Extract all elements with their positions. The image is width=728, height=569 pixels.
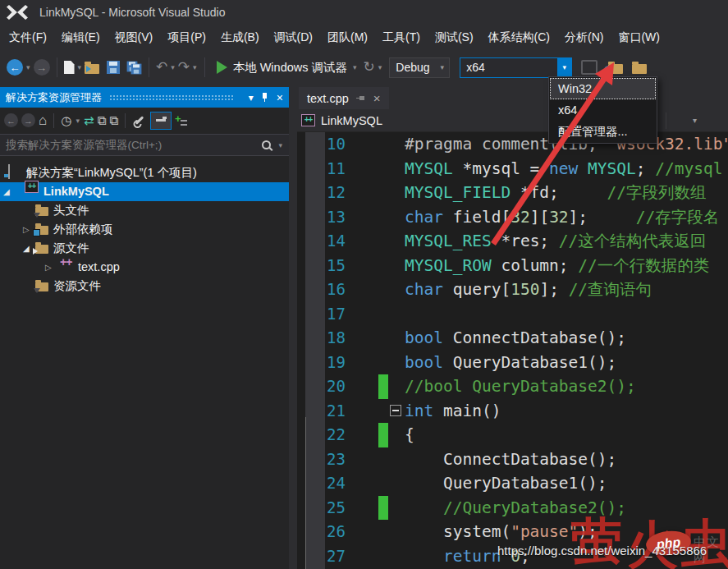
chevron-collapsed-icon[interactable]: ▷ [23, 220, 30, 239]
pin-tab-icon[interactable] [356, 94, 366, 103]
start-debugging-label[interactable]: 本地 Windows 调试器 [233, 60, 347, 76]
home-icon[interactable]: ⌂ [39, 113, 47, 128]
code-line[interactable]: 22{ [297, 423, 728, 447]
navigate-forward-icon[interactable]: → [34, 59, 50, 76]
menu-item[interactable]: 编辑(E) [54, 25, 108, 49]
line-number: 13 [327, 205, 346, 230]
code-line[interactable]: 13char field[32][32]; //存字段名 [297, 205, 728, 230]
window-position-caret-icon[interactable]: ▾ [249, 93, 254, 103]
code-line[interactable]: 14MYSQL_RES *res; //这个结构代表返回 [297, 229, 728, 254]
pin-icon[interactable] [261, 92, 269, 103]
nav-project-name: LinkMySQL [321, 114, 382, 127]
tree-item-label: LinkMySQL [43, 182, 109, 201]
code-line[interactable]: 21int main() [297, 399, 728, 424]
close-tab-icon[interactable]: × [373, 92, 381, 104]
redo-icon[interactable]: ↷ [178, 59, 190, 76]
platform-option-x64[interactable]: x64 [550, 99, 656, 121]
code-line[interactable]: 16char query[150]; //查询语句 [297, 278, 728, 302]
menu-item[interactable]: 测试(S) [428, 25, 481, 49]
attach-process-icon[interactable] [581, 60, 598, 75]
code-line[interactable]: 15MYSQL_ROW column; //一个行数据的类 [297, 254, 728, 278]
chevron-collapsed-icon[interactable]: ▷ [45, 258, 52, 277]
back-dropdown-caret-icon[interactable]: ▾ [26, 63, 30, 71]
menu-item[interactable]: 体系结构(C) [481, 25, 557, 49]
explorer-forward-icon[interactable]: → [21, 113, 35, 127]
properties-pages-icon[interactable]: ⧉ [97, 113, 106, 128]
tab-text-cpp[interactable]: text.cpp × [299, 87, 389, 109]
tree-item[interactable]: 资源文件 [0, 277, 289, 296]
menu-item[interactable]: 项目(P) [160, 25, 213, 49]
code-line[interactable]: 24 QueryDatabase1(); [297, 471, 728, 496]
outlining-margin [388, 471, 405, 496]
search-options-caret-icon[interactable]: ▾ [278, 141, 282, 149]
properties-wrench-icon[interactable] [135, 116, 144, 125]
pending-changes-filter-icon[interactable]: ◷ [61, 113, 71, 128]
sync-with-active-document-icon[interactable]: ⇄ [84, 113, 94, 128]
menu-item[interactable]: 视图(V) [108, 25, 161, 49]
code-line[interactable]: 25 //QueryDatabase2(); [297, 496, 728, 521]
menu-item[interactable]: 工具(T) [375, 25, 428, 49]
code-line[interactable]: 10#pragma comment(lib, "wsock32.lib") [297, 132, 728, 157]
menu-item[interactable]: 团队(M) [320, 25, 375, 49]
tree-item[interactable]: ▷++text.cpp [0, 258, 289, 277]
change-tracking-margin [378, 447, 388, 472]
editor-navigation-bar[interactable]: ++ LinkMySQL ▾ [297, 109, 728, 132]
outlining-margin [388, 520, 405, 544]
search-icon[interactable] [262, 140, 271, 149]
start-debugging-icon[interactable] [217, 61, 227, 74]
line-number: 20 [327, 374, 346, 399]
tree-item[interactable]: ◢源文件 [0, 239, 289, 258]
filter-caret-icon[interactable]: ▾ [76, 117, 80, 125]
code-line[interactable]: 20//bool QueryDatabase2(); [297, 374, 728, 399]
find-in-files-icon[interactable] [608, 64, 623, 74]
collapse-region-icon[interactable] [390, 405, 401, 416]
code-line[interactable]: 19bool QueryDatabase1(); [297, 351, 728, 375]
menu-item[interactable]: 窗口(W) [611, 25, 667, 49]
configuration-combobox[interactable]: Debug ▾ [389, 57, 450, 78]
redo-dropdown-caret-icon[interactable]: ▾ [193, 63, 197, 71]
code-line[interactable]: 12MYSQL_FIELD *fd; //字段列数组 [297, 181, 728, 205]
toolbar-separator [53, 113, 54, 128]
menu-item[interactable]: 文件(F) [2, 25, 54, 49]
chevron-expanded-icon[interactable]: ◢ [3, 182, 10, 201]
tree-item[interactable]: ◢++LinkMySQL [0, 182, 289, 201]
configuration-caret-icon[interactable]: ▾ [435, 58, 449, 77]
code-view[interactable]: 10#pragma comment(lib, "wsock32.lib")11M… [297, 132, 728, 569]
navigate-back-icon[interactable]: ← [7, 59, 23, 76]
explorer-back-icon[interactable]: ← [4, 113, 18, 127]
nav-dropdown-caret-icon[interactable]: ▾ [693, 116, 697, 125]
solution-search-box[interactable]: 搜索解决方案资源管理器(Ctrl+;) ▾ [0, 134, 289, 156]
collapse-all-icon[interactable]: + [175, 114, 188, 127]
open-file-icon[interactable] [85, 64, 99, 74]
chevron-expanded-icon[interactable]: ◢ [23, 239, 30, 258]
tree-item[interactable]: 解决方案“LinkMySQL”(1 个项目) [0, 163, 289, 182]
platform-caret-icon[interactable]: ▾ [557, 58, 571, 77]
new-file-icon[interactable] [64, 61, 75, 74]
code-line[interactable]: 11MYSQL *mysql = new MYSQL; //mysql [297, 157, 728, 181]
undo-icon[interactable]: ↶ [156, 59, 167, 76]
code-line[interactable]: 23 ConnectDatabase(); [297, 447, 728, 472]
refresh-dropdown-caret-icon[interactable]: ▾ [378, 63, 382, 71]
save-all-icon[interactable] [126, 60, 142, 75]
code-line[interactable]: 18bool ConnectDatabase(); [297, 326, 728, 351]
refresh-icon[interactable]: ↻ [364, 59, 375, 76]
code-text: MYSQL_FIELD *fd; //字段列数组 [405, 181, 728, 205]
debug-target-caret-icon[interactable]: ▾ [353, 63, 357, 71]
menu-item[interactable]: 分析(N) [557, 25, 611, 49]
menu-item[interactable]: 生成(B) [213, 25, 267, 49]
platform-option-Win32[interactable]: Win32 [550, 78, 656, 99]
menu-item[interactable]: 调试(D) [267, 25, 320, 49]
tree-item[interactable]: ▷外部依赖项 [0, 220, 289, 239]
platform-combobox[interactable]: x64 ▾ [460, 57, 572, 78]
undo-dropdown-caret-icon[interactable]: ▾ [171, 63, 175, 71]
close-panel-icon[interactable]: × [277, 93, 283, 103]
new-file-dropdown-caret-icon[interactable]: ▾ [78, 63, 82, 71]
platform-option-[interactable]: 配置管理器... [550, 121, 656, 142]
tree-item[interactable]: 头文件 [0, 201, 289, 220]
solution-explorer-titlebar[interactable]: 解决方案资源管理器 ▾ × [0, 87, 289, 108]
preview-code-icon[interactable]: ⧉ [109, 113, 118, 128]
show-all-files-toggle-icon[interactable] [150, 112, 172, 130]
toolbar-edge-icon[interactable] [632, 64, 647, 74]
code-line[interactable]: 17 [297, 302, 728, 327]
save-icon[interactable] [107, 61, 120, 74]
